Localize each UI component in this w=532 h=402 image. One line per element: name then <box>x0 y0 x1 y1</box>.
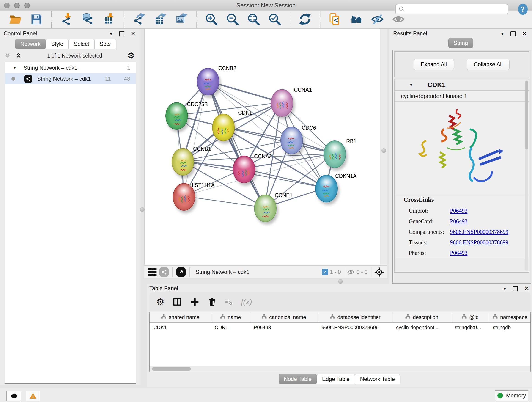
table-panel-float-button[interactable] <box>513 286 518 291</box>
table-panel-menu-button[interactable]: ▼ <box>503 286 507 291</box>
table-cell[interactable]: P06493 <box>250 323 318 332</box>
table-cell[interactable]: stringdb:9... <box>451 323 489 332</box>
gene-header-row[interactable]: ▼ CDK1 <box>394 79 529 91</box>
gene-expander-icon[interactable]: ▼ <box>409 83 413 87</box>
export-network-button[interactable] <box>132 12 146 27</box>
search-input[interactable] <box>407 6 508 13</box>
column-header-shared-name[interactable]: shared name <box>150 312 211 322</box>
column-header-description[interactable]: description <box>393 312 451 322</box>
network-node-rb1[interactable] <box>323 140 346 168</box>
search-box[interactable] <box>395 4 508 14</box>
collapse-all-button[interactable]: Collapse All <box>467 59 510 70</box>
tab-network[interactable]: Network <box>15 39 46 49</box>
delete-column-icon[interactable] <box>208 297 217 306</box>
table-hscrollbar-thumb[interactable] <box>152 367 191 370</box>
import-network-from-database-button[interactable] <box>81 12 95 27</box>
collapse-all-icon[interactable] <box>4 52 11 59</box>
network-node-ccna1[interactable] <box>271 89 293 117</box>
splitter-knob[interactable] <box>381 148 386 153</box>
results-panel-menu-button[interactable]: ▼ <box>500 32 505 36</box>
table-panel-close-button[interactable]: ✕ <box>524 286 529 292</box>
table-cell[interactable]: stringdb <box>489 323 531 332</box>
add-column-icon[interactable] <box>190 297 199 306</box>
import-table-from-file-button[interactable] <box>102 12 116 27</box>
expand-all-button[interactable]: Expand All <box>414 59 454 70</box>
results-scrollbar[interactable] <box>525 80 528 271</box>
table-cell[interactable]: CDK1 <box>150 323 211 332</box>
results-scrollbar-thumb[interactable] <box>525 81 528 149</box>
open-session-button[interactable] <box>8 12 22 27</box>
table-row[interactable]: CDK1CDK1P064939606.ENSP00000378699cyclin… <box>150 323 530 332</box>
first-neighbors-button[interactable] <box>349 12 363 27</box>
zoom-fit-button[interactable] <box>247 12 261 27</box>
network-collection-row[interactable]: ▼ String Network – cdk1 1 <box>5 62 136 73</box>
network-view[interactable]: CCNB2 CCNA1 CDC25B CDK1 CDC6 RB1 CCNB1 C… <box>144 29 380 265</box>
network-node-cdk1[interactable] <box>212 114 234 141</box>
table-cell[interactable]: 9606.ENSP00000378699 <box>318 323 393 332</box>
results-panel-float-button[interactable] <box>510 31 516 36</box>
tab-string[interactable]: String <box>448 38 473 48</box>
crosslink-value[interactable]: P06493 <box>450 206 467 216</box>
table-cell[interactable]: CDK1 <box>211 323 250 332</box>
toolbar-separator <box>290 12 290 27</box>
node-table[interactable]: shared namenamecanonical namedatabase id… <box>149 312 531 372</box>
table-settings-gear-icon[interactable]: ⚙ <box>156 297 165 306</box>
network-node-ccnb1[interactable] <box>172 148 194 176</box>
zoom-out-button[interactable] <box>225 12 240 27</box>
network-node-cdkn1a[interactable] <box>315 175 338 202</box>
tab-sets[interactable]: Sets <box>94 39 116 49</box>
grid-view-button[interactable] <box>147 267 157 277</box>
zoom-selected-button[interactable] <box>268 12 282 27</box>
column-header-canonical-name[interactable]: canonical name <box>250 312 318 322</box>
network-options-gear-icon[interactable]: ⚙ <box>127 51 135 60</box>
crosslink-value[interactable]: 9606.ENSP00000378699 <box>450 237 508 248</box>
show-columns-icon[interactable] <box>173 297 182 306</box>
help-button[interactable]: ? <box>517 3 529 15</box>
control-panel-float-button[interactable] <box>119 31 124 36</box>
table-hscrollbar[interactable] <box>150 366 530 371</box>
control-panel-menu-button[interactable]: ▼ <box>109 32 114 36</box>
birds-eye-view-button[interactable] <box>374 267 384 277</box>
export-image-button[interactable] <box>174 12 188 27</box>
column-header-namespace[interactable]: namespace <box>489 312 531 322</box>
control-panel-close-button[interactable]: ✕ <box>130 31 136 37</box>
column-header-id[interactable]: @id <box>451 312 489 322</box>
expand-all-icon[interactable] <box>15 52 22 59</box>
column-header-database-identifier[interactable]: database identifier <box>318 312 393 322</box>
selected-checkbox[interactable]: ✓ <box>322 269 328 275</box>
collection-expander-icon[interactable]: ▼ <box>13 65 17 70</box>
memory-button[interactable]: Memory <box>495 390 528 401</box>
crosslink-value[interactable]: 9606.ENSP00000378699 <box>450 227 508 237</box>
results-panel-close-button[interactable]: ✕ <box>522 31 527 37</box>
crosslink-value[interactable]: P06493 <box>450 216 467 227</box>
network-canvas[interactable]: CCNB2 CCNA1 CDC25B CDK1 CDC6 RB1 CCNB1 C… <box>144 29 387 278</box>
cloud-button[interactable] <box>6 390 21 401</box>
tab-node-table[interactable]: Node Table <box>279 374 317 384</box>
tab-select[interactable]: Select <box>69 39 94 49</box>
zoom-in-button[interactable] <box>204 12 219 27</box>
detach-view-button[interactable] <box>177 268 186 277</box>
tab-network-table[interactable]: Network Table <box>355 374 400 384</box>
import-network-from-file-button[interactable] <box>60 12 74 27</box>
network-view-mode-button[interactable] <box>159 268 169 277</box>
clone-network-button[interactable] <box>328 12 342 27</box>
tab-edge-table[interactable]: Edge Table <box>317 374 355 384</box>
network-node-cdc6[interactable] <box>280 127 303 154</box>
table-cell[interactable]: cyclin-dependent ... <box>393 323 451 332</box>
network-node-ccne1[interactable] <box>254 195 277 222</box>
crosslink-value[interactable]: P06493 <box>450 248 467 258</box>
tab-style[interactable]: Style <box>46 39 69 49</box>
network-row[interactable]: String Network – cdk1 11 48 <box>5 73 136 84</box>
network-node-cdc25b[interactable] <box>165 102 188 130</box>
network-node-ccna2[interactable] <box>233 156 255 183</box>
bottom-splitter-knob[interactable] <box>338 279 343 284</box>
warning-button[interactable] <box>26 390 40 401</box>
apply-layout-button[interactable] <box>298 12 312 27</box>
canvas-right-splitter[interactable] <box>380 29 387 265</box>
network-node-ccnb2[interactable] <box>197 68 219 95</box>
hide-selected-button[interactable] <box>370 12 385 27</box>
save-session-button[interactable] <box>29 12 44 27</box>
export-table-button[interactable] <box>153 12 167 27</box>
left-splitter-knob[interactable] <box>140 207 145 212</box>
column-header-name[interactable]: name <box>211 312 250 322</box>
